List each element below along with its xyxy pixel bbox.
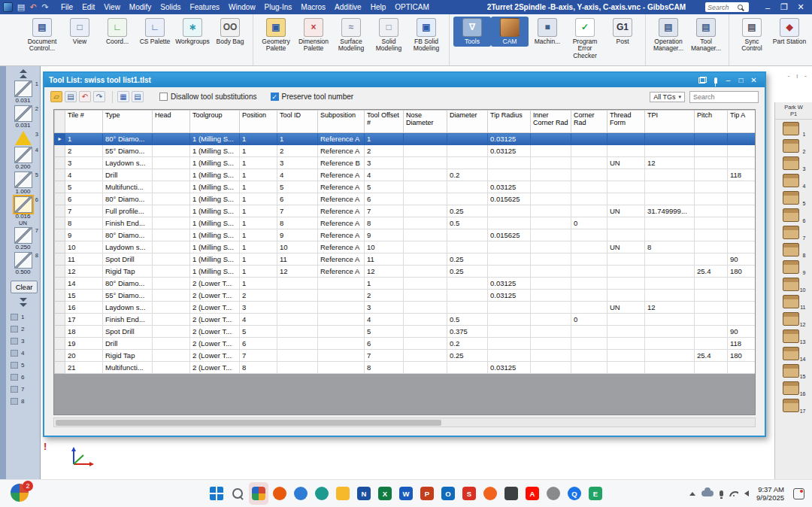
table-row[interactable]: 12Rigid Tap1 (Milling S...112Reference A… bbox=[55, 266, 756, 278]
titlebar-search[interactable] bbox=[705, 2, 749, 12]
table-row[interactable]: 5Multifuncti...1 (Milling S...15Referenc… bbox=[55, 181, 756, 193]
chevron-up-icon[interactable] bbox=[0, 66, 40, 80]
table-row[interactable]: 19Drill2 (Lower T...660.2118 bbox=[55, 338, 756, 350]
station-slot-8[interactable]: 8 bbox=[783, 243, 805, 258]
taskbar-app-dark-icon[interactable] bbox=[501, 482, 521, 505]
tool-slot-1[interactable]: 10.031 bbox=[9, 80, 37, 105]
taskbar-edge-icon[interactable] bbox=[291, 482, 311, 505]
row-selector[interactable] bbox=[55, 266, 65, 278]
ribbon-button-workgroups[interactable]: ∗Workgroups bbox=[174, 17, 211, 47]
menu-window[interactable]: Window bbox=[224, 0, 260, 14]
row-selector[interactable] bbox=[55, 169, 65, 181]
station-slot-9[interactable]: 9 bbox=[783, 260, 805, 275]
row-selector[interactable] bbox=[55, 290, 65, 302]
ribbon-button-surface-modeling[interactable]: ≈Surface Modeling bbox=[332, 17, 370, 54]
palette-row-4[interactable]: 4 bbox=[11, 350, 37, 357]
station-slot-13[interactable]: 13 bbox=[783, 329, 805, 345]
menu-opticam[interactable]: OPTICAM bbox=[390, 0, 434, 14]
taskbar-start-button[interactable] bbox=[207, 482, 226, 505]
station-slot-1[interactable]: 1 bbox=[783, 122, 805, 137]
tool-slot-2[interactable]: 20.031 bbox=[9, 105, 37, 129]
table-row[interactable]: 11Spot Drill1 (Milling S...111Reference … bbox=[55, 254, 756, 266]
open-folder-icon[interactable]: ▱ bbox=[50, 91, 62, 102]
ribbon-button-fb-solid-modeling[interactable]: ▣FB Solid Modeling bbox=[408, 17, 445, 54]
column-header-tool-id[interactable]: Tool ID bbox=[277, 111, 318, 133]
menu-plug-ins[interactable]: Plug-Ins bbox=[260, 0, 297, 14]
chevron-down-icon[interactable] bbox=[0, 295, 40, 308]
tool-slot-3[interactable]: 3 bbox=[9, 131, 37, 145]
column-header-thread-form[interactable]: Thread Form bbox=[607, 111, 645, 133]
row-selector[interactable]: ▸ bbox=[55, 133, 65, 145]
station-slot-10[interactable]: 10 bbox=[783, 278, 805, 293]
station-slot-7[interactable]: 7 bbox=[783, 226, 805, 241]
table-row[interactable]: 1480° Diamo...2 (Lower T...110.03125 bbox=[55, 278, 756, 290]
app-logo-icon[interactable] bbox=[3, 2, 13, 12]
ribbon-button-geometry-palette[interactable]: ▣Geometry Palette bbox=[257, 17, 295, 54]
station-slot-17[interactable]: 17 bbox=[783, 399, 805, 414]
row-selector[interactable] bbox=[55, 362, 65, 374]
table-row[interactable]: 21Multifuncti...2 (Lower T...880.03125 bbox=[55, 362, 756, 374]
column-header-head[interactable]: Head bbox=[153, 111, 190, 133]
save-icon[interactable]: ▤ bbox=[16, 2, 26, 13]
taskbar-app-teal-icon[interactable] bbox=[312, 482, 332, 505]
menu-solids[interactable]: Solids bbox=[156, 0, 185, 14]
station-slot-16[interactable]: 16 bbox=[783, 381, 805, 396]
column-header-tip-radius[interactable]: Tip Radius bbox=[488, 111, 531, 133]
tool-slot-4[interactable]: 40.200 bbox=[9, 147, 37, 171]
taskbar-folder-icon[interactable] bbox=[333, 482, 353, 505]
ribbon-button-program-error-checker[interactable]: ✓Program Error Checker bbox=[566, 17, 604, 61]
menu-macros[interactable]: Macros bbox=[296, 0, 330, 14]
horizontal-scrollbar[interactable] bbox=[53, 417, 756, 427]
taskbar-gibbscam-taskbar-icon[interactable] bbox=[249, 482, 268, 505]
float-window-icon[interactable] bbox=[696, 74, 709, 86]
dialog-maximize-button[interactable]: □ bbox=[735, 74, 747, 86]
tool-slot-5[interactable]: 51.000 bbox=[9, 172, 37, 196]
ribbon-button-coord[interactable]: ∟Coord... bbox=[98, 17, 136, 47]
onedrive-cloud-icon[interactable] bbox=[701, 490, 714, 496]
dialog-minimize-button[interactable]: – bbox=[722, 74, 735, 86]
ribbon-button-cam[interactable]: CAM bbox=[491, 17, 529, 47]
mic-icon[interactable] bbox=[720, 490, 723, 496]
tool-slot-7[interactable]: 70.250 bbox=[9, 227, 37, 251]
row-selector[interactable] bbox=[55, 217, 65, 229]
taskbar-powerpoint-icon[interactable]: P bbox=[417, 482, 437, 505]
menu-features[interactable]: Features bbox=[186, 0, 224, 14]
ribbon-button-view[interactable]: □View bbox=[61, 17, 98, 47]
dock-handle[interactable]: - ı - bbox=[788, 72, 810, 80]
column-header-pitch[interactable]: Pitch bbox=[695, 111, 728, 133]
volume-icon[interactable] bbox=[744, 490, 749, 496]
column-header-inner-corner-rad[interactable]: Inner Corner Rad bbox=[531, 111, 571, 133]
column-header-position[interactable]: Position bbox=[240, 111, 277, 133]
tg-filter-dropdown[interactable]: All TGs ▾ bbox=[650, 92, 685, 102]
taskbar-app-orange-icon[interactable] bbox=[270, 482, 289, 505]
tool-search-input[interactable] bbox=[689, 91, 759, 103]
table-row[interactable]: 680° Diamo...1 (Milling S...16Reference … bbox=[55, 193, 756, 205]
undo-icon[interactable]: ↶ bbox=[28, 2, 38, 13]
taskbar-app-badge[interactable]: 2 bbox=[11, 484, 29, 502]
row-selector[interactable] bbox=[55, 157, 65, 169]
table-row[interactable]: 16Laydown s...2 (Lower T...33UN12 bbox=[55, 302, 756, 314]
row-selector[interactable] bbox=[55, 145, 65, 157]
taskbar-adobe-icon[interactable]: A bbox=[523, 482, 542, 505]
palette-row-6[interactable]: 6 bbox=[11, 374, 37, 381]
palette-row-2[interactable]: 2 bbox=[11, 326, 37, 332]
ribbon-button-solid-modeling[interactable]: □Solid Modeling bbox=[370, 17, 408, 54]
ribbon-button-body-bag[interactable]: OOBody Bag bbox=[211, 17, 249, 47]
ribbon-button-operation-manager[interactable]: ▤Operation Manager... bbox=[650, 17, 687, 54]
ribbon-button-part-station[interactable]: ◆Part Station bbox=[771, 17, 808, 47]
palette-row-1[interactable]: 1 bbox=[11, 314, 37, 320]
taskbar-word-icon[interactable]: W bbox=[396, 482, 416, 505]
palette-row-7[interactable]: 7 bbox=[11, 386, 37, 393]
row-selector[interactable] bbox=[55, 181, 65, 193]
menu-edit[interactable]: Edit bbox=[77, 0, 99, 14]
palette-row-8[interactable]: 8 bbox=[11, 398, 37, 405]
column-header-subposition[interactable]: Subposition bbox=[318, 111, 365, 133]
table-row[interactable]: 8Finish End...1 (Milling S...18Reference… bbox=[55, 217, 756, 229]
station-slot-11[interactable]: 11 bbox=[783, 295, 805, 310]
ribbon-button-cs-palette[interactable]: ∟CS Palette bbox=[136, 17, 174, 47]
row-selector[interactable] bbox=[55, 278, 65, 290]
row-selector[interactable] bbox=[55, 314, 65, 326]
ribbon-button-post[interactable]: G1Post bbox=[604, 17, 641, 47]
palette-row-5[interactable]: 5 bbox=[11, 362, 37, 369]
row-selector[interactable] bbox=[55, 193, 65, 205]
